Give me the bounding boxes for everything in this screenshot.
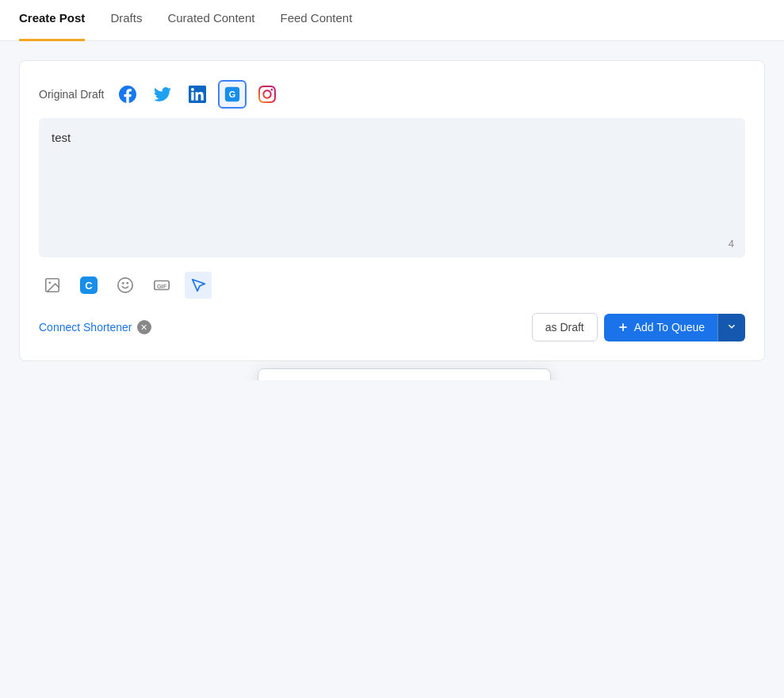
original-draft-label: Original Draft (39, 88, 104, 101)
cta-button[interactable] (185, 272, 212, 299)
top-navigation: Create Post Drafts Curated Content Feed … (0, 0, 784, 41)
content-button[interactable]: C (75, 272, 102, 299)
platform-linkedin[interactable] (183, 80, 212, 109)
platform-twitter[interactable] (148, 80, 177, 109)
platform-row: Original Draft G (39, 80, 745, 109)
post-text-area-container: test 4 (39, 118, 745, 257)
svg-text:GIF: GIF (157, 283, 167, 290)
connect-shortener[interactable]: Connect Shortener ✕ (39, 320, 151, 334)
post-textarea[interactable]: test (52, 131, 732, 242)
add-to-queue-button[interactable]: Add To Queue (604, 314, 717, 341)
platform-instagram[interactable] (253, 80, 281, 109)
svg-point-3 (48, 281, 51, 284)
char-count: 4 (729, 238, 734, 250)
post-toolbar: C GIF (39, 267, 745, 303)
action-row: Connect Shortener ✕ as Draft Add To Queu… (39, 313, 745, 341)
tab-curated-content[interactable]: Curated Content (167, 1, 254, 41)
add-to-queue-dropdown-button[interactable] (717, 314, 745, 341)
media-button[interactable] (39, 272, 66, 299)
save-draft-button[interactable]: as Draft (532, 313, 598, 341)
cta-header: Call To Action Clear All (258, 369, 550, 380)
post-card: Original Draft G test (19, 60, 765, 361)
svg-point-6 (118, 278, 132, 292)
connect-shortener-close[interactable]: ✕ (137, 320, 151, 334)
tab-create-post[interactable]: Create Post (19, 1, 85, 41)
cta-dropdown-panel: Call To Action Clear All Call To Action … (258, 368, 551, 380)
add-to-queue-group: Add To Queue (604, 314, 745, 341)
right-actions: as Draft Add To Queue (532, 313, 745, 341)
main-content: Original Draft G test (0, 41, 784, 380)
svg-text:C: C (85, 280, 93, 292)
svg-text:G: G (229, 90, 236, 99)
tab-feed-content[interactable]: Feed Content (280, 1, 352, 41)
platform-buffer[interactable]: G (218, 80, 247, 109)
emoji-button[interactable] (112, 272, 139, 299)
tab-drafts[interactable]: Drafts (110, 1, 142, 41)
platform-facebook[interactable] (113, 80, 142, 109)
gif-button[interactable]: GIF (148, 272, 175, 299)
